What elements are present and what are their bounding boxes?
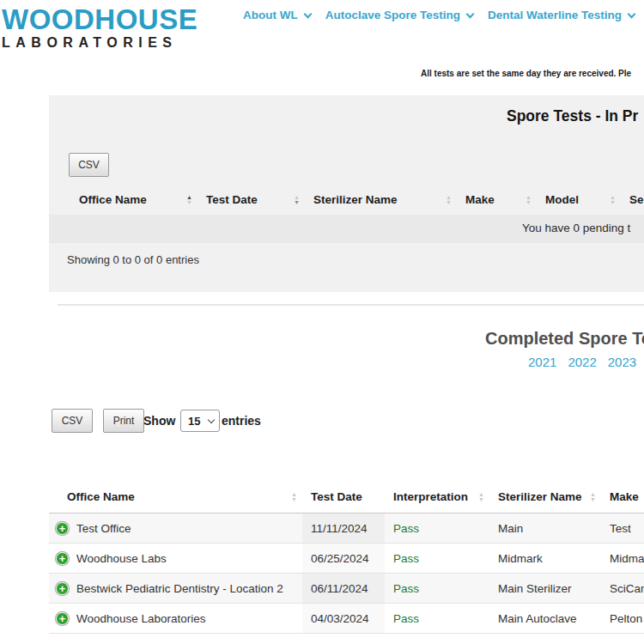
column-header-interpretation[interactable]: Interpretation ▲▼ [385, 490, 489, 503]
expand-row-icon[interactable]: + [56, 522, 69, 535]
main-nav: About WL Autoclave Spore Testing Dental … [243, 9, 635, 21]
sort-icons: ▲▼ [610, 195, 616, 205]
brand-name-primary: WOODHOUSE [2, 5, 197, 33]
expand-row-icon[interactable]: + [56, 582, 69, 595]
nav-item-label: Autoclave Spore Testing [325, 9, 460, 21]
test-date-cell: 04/03/2024 [302, 604, 385, 633]
nav-item-autoclave-spore-testing[interactable]: Autoclave Spore Testing [325, 9, 473, 21]
chevron-down-icon [303, 9, 312, 18]
table-info-summary: Showing 0 to 0 of 0 entries [67, 253, 199, 266]
table-row[interactable]: + Test Office 11/11/2024 Pass Main Test [49, 513, 644, 544]
year-link-2021[interactable]: 2021 [528, 355, 556, 369]
interpretation-cell: Pass [385, 604, 489, 633]
make-cell: Pelton [601, 604, 644, 633]
sterilizer-name-cell: Main Autoclave [489, 604, 601, 633]
year-link-2023[interactable]: 2023 [608, 355, 636, 369]
notice-text: All tests are set the same day they are … [421, 69, 631, 78]
sort-desc-icon: ▼ [590, 497, 596, 502]
nav-item-dental-waterline-testing[interactable]: Dental Waterline Testing [488, 9, 635, 21]
column-header-sterilizer-name[interactable]: Sterilizer Name ▲▼ [489, 490, 601, 503]
empty-state-row: You have 0 pending t [49, 215, 644, 243]
in-progress-panel: Spore Tests - In Pr CSV Office Name ▲▼ T… [49, 95, 644, 292]
column-header-serial[interactable]: Ser [621, 193, 644, 206]
chevron-down-icon [466, 9, 475, 18]
brand-name-secondary: LABORATORIES [2, 36, 197, 50]
sort-desc-icon: ▼ [526, 200, 532, 205]
make-cell: Test [601, 513, 644, 543]
table-row[interactable]: + Bestwick Pediatric Dentistry - Locatio… [49, 574, 644, 604]
sort-desc-icon: ▼ [478, 497, 484, 502]
entries-label: entries [222, 414, 261, 428]
in-progress-table-header: Office Name ▲▼ Test Date ▲▼ Sterilizer N… [70, 185, 644, 215]
column-header-office-name[interactable]: Office Name ▲▼ [70, 193, 197, 206]
section-divider [58, 304, 644, 306]
expand-row-icon[interactable]: + [56, 552, 69, 565]
brand-logo[interactable]: WOODHOUSE LABORATORIES [2, 5, 197, 50]
test-date-cell: 11/11/2024 [302, 513, 385, 543]
sort-icons: ▲▼ [590, 492, 596, 502]
chevron-down-icon [628, 9, 636, 18]
completed-table-header: Office Name ▲▼ Test Date Interpretation … [49, 481, 644, 513]
column-header-office-name[interactable]: Office Name ▲▼ [49, 490, 302, 503]
empty-state-message: You have 0 pending t [522, 222, 630, 234]
column-header-make[interactable]: Make ▲▼ [457, 193, 537, 206]
office-name-cell: + Woodhouse Laboratories [49, 604, 302, 633]
office-name-cell: + Woodhouse Labs [49, 544, 302, 573]
show-label: Show [143, 414, 175, 428]
year-link-2022[interactable]: 2022 [568, 355, 596, 369]
interpretation-cell: Pass [385, 513, 489, 543]
column-header-model[interactable]: Model ▲▼ [537, 193, 621, 206]
completed-table: Office Name ▲▼ Test Date Interpretation … [49, 481, 644, 634]
test-date-cell: 06/25/2024 [302, 544, 385, 573]
interpretation-cell: Pass [385, 544, 489, 573]
print-button[interactable]: Print [103, 409, 144, 433]
sort-desc-icon: ▼ [291, 497, 297, 502]
csv-export-button[interactable]: CSV [52, 409, 93, 433]
make-cell: SciCan [601, 574, 644, 603]
page-size-value: 15 [188, 415, 200, 428]
table-row[interactable]: + Woodhouse Labs 06/25/2024 Pass Midmark… [49, 544, 644, 574]
csv-export-button[interactable]: CSV [69, 153, 109, 177]
in-progress-title: Spore Tests - In Pr [507, 107, 638, 125]
completed-title: Completed Spore Te [485, 329, 644, 349]
year-filter-links: 2021 2022 2023 [528, 355, 636, 369]
nav-item-about-wl[interactable]: About WL [243, 9, 311, 21]
sort-icons: ▲▼ [478, 492, 484, 502]
table-row[interactable]: + Woodhouse Laboratories 04/03/2024 Pass… [49, 604, 644, 634]
sort-desc-icon: ▼ [446, 200, 452, 205]
column-header-test-date[interactable]: Test Date [302, 490, 385, 503]
chevron-down-icon [208, 416, 215, 422]
sort-icons: ▲▼ [294, 195, 300, 205]
sort-icons: ▲▼ [186, 195, 192, 205]
sort-icons: ▲▼ [291, 492, 297, 502]
sterilizer-name-cell: Midmark [489, 544, 601, 573]
sort-icons: ▲▼ [446, 195, 452, 205]
column-header-make[interactable]: Make [601, 490, 644, 503]
nav-item-label: About WL [243, 9, 298, 21]
office-name-cell: + Test Office [49, 513, 302, 543]
sort-desc-icon: ▼ [186, 200, 192, 205]
sort-desc-icon: ▼ [610, 200, 616, 205]
column-header-sterilizer-name[interactable]: Sterilizer Name ▲▼ [305, 193, 457, 206]
test-date-cell: 06/11/2024 [302, 574, 385, 603]
sort-desc-icon: ▼ [294, 200, 300, 205]
sterilizer-name-cell: Main [489, 513, 601, 543]
sort-icons: ▲▼ [526, 195, 532, 205]
office-name-cell: + Bestwick Pediatric Dentistry - Locatio… [49, 574, 302, 603]
make-cell: Midma [601, 544, 644, 573]
expand-row-icon[interactable]: + [56, 612, 69, 625]
page-size-select[interactable]: 15 [180, 410, 220, 432]
column-header-test-date[interactable]: Test Date ▲▼ [197, 193, 305, 206]
nav-item-label: Dental Waterline Testing [488, 9, 622, 21]
sterilizer-name-cell: Main Sterilizer [489, 574, 601, 603]
interpretation-cell: Pass [385, 574, 489, 603]
